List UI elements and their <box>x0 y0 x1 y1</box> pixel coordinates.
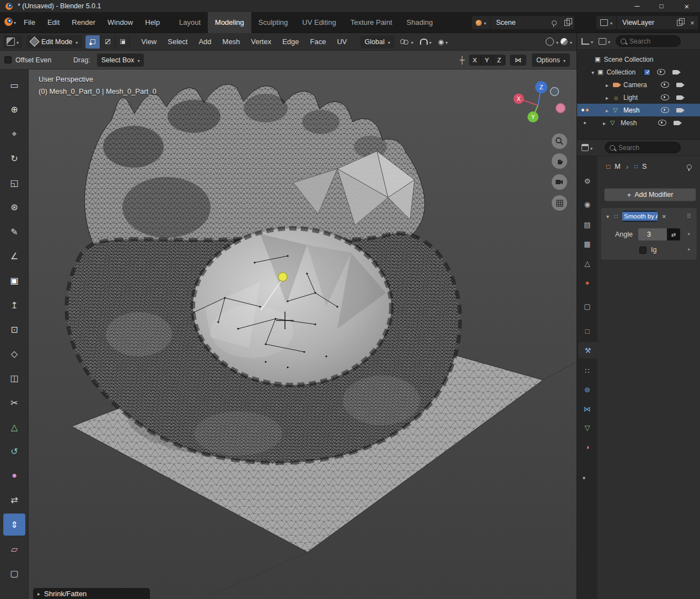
pan-button[interactable] <box>552 153 567 169</box>
tab-object[interactable]: □ <box>578 323 596 339</box>
tool-shear[interactable]: ▱ <box>3 538 25 560</box>
workspace-tab-layout[interactable]: Layout <box>172 12 208 33</box>
outliner-row-collection[interactable]: ▣ Collection <box>577 66 700 78</box>
workspace-tab-uv-editing[interactable]: UV Editing <box>295 12 343 33</box>
menu-view[interactable]: View <box>136 33 162 51</box>
collection-enable-checkbox[interactable] <box>644 69 650 76</box>
offset-even-checkbox[interactable] <box>4 56 12 63</box>
view-layer-name[interactable]: ViewLayer <box>617 19 673 26</box>
outliner-row-camera[interactable]: Camera <box>577 78 700 91</box>
tool-rotate[interactable]: ↻ <box>3 147 25 169</box>
tool-extrude-region[interactable]: ↥ <box>3 294 25 316</box>
tool-shrink-fatten[interactable]: ⇕ <box>3 514 25 536</box>
menu-face[interactable]: Face <box>305 33 332 51</box>
disable-render-icon[interactable] <box>676 95 682 100</box>
animate-property-icon[interactable] <box>688 246 690 254</box>
scene-browse-button[interactable] <box>472 16 491 29</box>
tab-render[interactable]: ◉ <box>578 196 596 212</box>
transform-orientation-dropdown[interactable]: Global <box>360 35 395 49</box>
axis-z-button[interactable]: Z <box>493 55 505 66</box>
value-drag-widget[interactable]: ⇄ <box>667 228 680 240</box>
menu-vertex[interactable]: Vertex <box>245 33 277 51</box>
menu-add[interactable]: Add <box>193 33 217 51</box>
tool-poly-build[interactable]: △ <box>3 416 25 438</box>
mirror-toggle-button[interactable]: ⋈ <box>510 55 526 66</box>
tool-scale[interactable]: ◱ <box>3 172 25 194</box>
vertex-select-mode-button[interactable] <box>85 35 100 49</box>
snapping-dropdown[interactable] <box>420 38 432 46</box>
maximize-button[interactable] <box>649 0 674 12</box>
tab-view-layer[interactable]: ▦ <box>578 236 596 252</box>
expand-icon[interactable] <box>606 81 609 89</box>
scene-copy-button[interactable] <box>560 20 574 26</box>
modifier-name-field[interactable]: Smooth by Angle <box>622 211 658 222</box>
show-overlays-icon[interactable] <box>546 38 554 46</box>
properties-editor-type-selector[interactable] <box>581 144 593 152</box>
options-dropdown[interactable]: Options <box>532 54 570 67</box>
tool-loop-cut[interactable]: ◫ <box>3 367 25 389</box>
tab-overflow-icon[interactable] <box>583 474 585 482</box>
view-layer-browse-button[interactable] <box>596 16 617 29</box>
expand-icon[interactable] <box>591 68 594 76</box>
tool-measure[interactable]: ∠ <box>3 245 25 267</box>
drag-handle-icon[interactable] <box>687 212 691 220</box>
angle-number-field[interactable]: 3 ⇄ <box>638 228 680 240</box>
outliner-row-scene-collection[interactable]: ▣ Scene Collection <box>577 53 700 66</box>
pivot-point-dropdown[interactable] <box>400 38 413 46</box>
gizmo-negative-x-axis[interactable] <box>556 104 566 113</box>
zoom-button[interactable] <box>552 133 567 149</box>
disable-render-icon[interactable] <box>672 70 679 74</box>
scene-name[interactable]: Scene <box>491 19 548 26</box>
expand-icon[interactable] <box>603 119 606 127</box>
tool-smooth[interactable]: ● <box>3 464 25 486</box>
blender-app-menu[interactable] <box>4 18 16 26</box>
expand-icon[interactable] <box>606 106 609 114</box>
tab-tool[interactable]: ⚙ <box>578 173 596 189</box>
menu-edge[interactable]: Edge <box>277 33 304 51</box>
outliner-editor-type-selector[interactable] <box>581 38 593 45</box>
tool-add-cube[interactable]: ▣ <box>3 269 25 291</box>
view-layer-copy-button[interactable] <box>673 20 686 26</box>
ignore-checkbox[interactable] <box>639 247 647 254</box>
gizmo-negative-z-axis[interactable] <box>551 88 559 96</box>
chevron-down-icon[interactable] <box>556 38 558 46</box>
pin-id-icon[interactable] <box>687 164 692 169</box>
outliner-row-mesh[interactable]: ▽ Mesh <box>577 116 700 129</box>
hide-eye-icon[interactable] <box>661 107 669 113</box>
tool-edge-slide[interactable]: ⇄ <box>3 489 25 511</box>
tab-constraints[interactable]: ⋈ <box>578 400 596 417</box>
properties-search[interactable] <box>605 142 681 153</box>
disable-render-icon[interactable] <box>676 83 682 87</box>
hide-eye-icon[interactable] <box>658 120 666 126</box>
tab-physics[interactable]: ⊚ <box>578 381 596 398</box>
workspace-tab-texture-paint[interactable]: Texture Paint <box>343 12 400 33</box>
tab-collection[interactable]: ▢ <box>578 298 596 314</box>
axis-x-button[interactable]: X <box>469 55 481 66</box>
tab-world[interactable]: ● <box>578 274 596 291</box>
outliner-search-input[interactable] <box>629 38 676 45</box>
view-layer-selector[interactable]: ViewLayer <box>596 16 698 29</box>
navigation-gizmo[interactable]: Z X Y <box>509 77 567 135</box>
shell-interior-mesh[interactable] <box>193 228 391 385</box>
viewport-canvas[interactable] <box>29 69 577 599</box>
tool-move[interactable]: ⌖ <box>3 123 25 145</box>
view-layer-remove-button[interactable] <box>686 19 698 27</box>
tab-particles[interactable]: ∷ <box>578 362 596 379</box>
minimize-button[interactable] <box>625 0 649 12</box>
camera-view-button[interactable] <box>552 174 567 190</box>
scene-selector[interactable]: Scene <box>472 16 574 29</box>
viewport-shading-icon[interactable] <box>561 38 568 45</box>
tool-transform[interactable]: ⊛ <box>3 196 25 218</box>
tool-rip-region[interactable]: ▢ <box>3 562 25 584</box>
workspace-tab-sculpting[interactable]: Sculpting <box>251 12 295 33</box>
tab-object-data[interactable]: ▽ <box>578 419 596 436</box>
3d-viewport[interactable]: User Perspective (0) Mesh_0_Part_0 | Mes… <box>29 69 577 599</box>
menu-uv[interactable]: UV <box>331 33 352 51</box>
outliner-display-mode[interactable] <box>599 38 610 45</box>
tool-cursor[interactable]: ⊕ <box>3 98 25 120</box>
mode-selector[interactable]: Edit Mode <box>26 35 82 49</box>
hide-eye-icon[interactable] <box>661 82 669 88</box>
hide-eye-icon[interactable] <box>661 94 669 100</box>
tab-scene[interactable]: △ <box>578 255 596 271</box>
menu-mesh[interactable]: Mesh <box>217 33 246 51</box>
